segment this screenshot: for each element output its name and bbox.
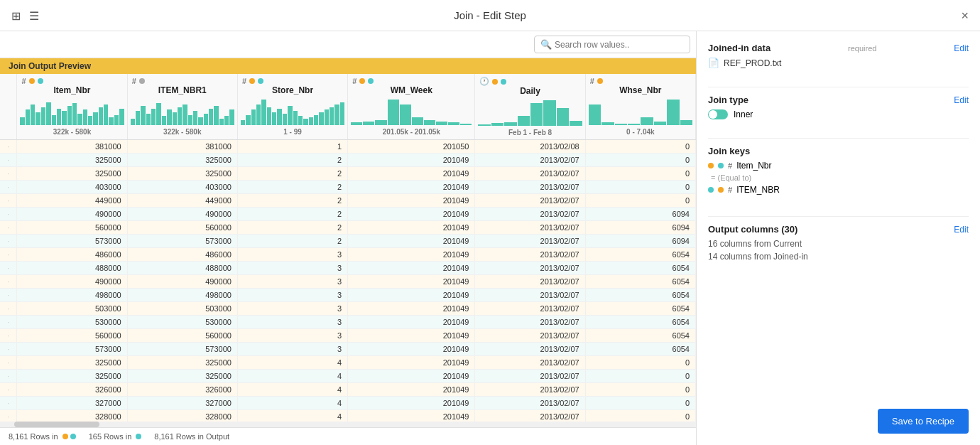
- table-cell: 201049: [348, 262, 475, 275]
- output-meta-line2: 14 columns from Joined-in: [708, 252, 969, 262]
- table-cell: 530000: [17, 316, 127, 329]
- row-dot-cell: ·: [0, 356, 17, 370]
- range-wm-week: 201.05k - 201.05k: [348, 127, 474, 139]
- close-button[interactable]: ×: [961, 9, 969, 22]
- hash-icon5: #: [590, 77, 594, 85]
- table-cell: 201049: [348, 383, 475, 397]
- search-input[interactable]: [555, 40, 684, 50]
- join-type-header: Join type Edit: [708, 95, 969, 105]
- dot-teal4: [368, 78, 374, 84]
- row-dot-cell: ·: [0, 248, 17, 262]
- hash-icon2: #: [132, 77, 136, 85]
- join-key2-row: # ITEM_NBR: [708, 185, 969, 195]
- table-cell: 560000: [17, 221, 127, 235]
- table-cell: 2013/02/07: [475, 181, 585, 194]
- table-cell: 2013/02/07: [475, 370, 585, 383]
- table-cell: 201049: [348, 194, 475, 208]
- table-cell: 403000: [127, 181, 237, 194]
- hash-icon4: #: [352, 77, 356, 85]
- table-row: ·49000049000022010492013/02/076094: [0, 208, 696, 221]
- table-cell: 325000: [127, 154, 237, 167]
- table-cell: 2013/02/07: [475, 235, 585, 248]
- table-cell: 486000: [127, 248, 237, 262]
- table-cell: 325000: [127, 167, 237, 181]
- divider3: [708, 216, 969, 217]
- row-dot-cell: ·: [0, 329, 17, 343]
- col-name-item-nbr: Item_Nbr: [21, 85, 122, 95]
- table-cell: 201049: [348, 397, 475, 410]
- row-dot-cell: ·: [0, 181, 17, 194]
- search-input-wrap[interactable]: 🔍: [534, 36, 690, 53]
- table-cell: 560000: [127, 221, 237, 235]
- file-name: REF_PROD.txt: [724, 58, 781, 68]
- col-whse-nbr: # Whse_Nbr: [585, 74, 695, 140]
- table-cell: 3: [237, 302, 347, 316]
- row-dot-cell: ·: [0, 208, 17, 221]
- table-cell: 327000: [127, 397, 237, 410]
- table-cell: 3: [237, 329, 347, 343]
- search-icon: 🔍: [540, 39, 552, 50]
- table-cell: 530000: [127, 316, 237, 329]
- table-cell: 381000: [127, 140, 237, 154]
- dot-orange5: [492, 79, 498, 85]
- table-cell: 3: [237, 275, 347, 289]
- table-cell: 2013/02/08: [475, 140, 585, 154]
- table-cell: 2013/02/07: [475, 356, 585, 370]
- table-cell: 201049: [348, 410, 475, 422]
- row-dot-cell: ·: [0, 383, 17, 397]
- key2-dot-teal1: [708, 187, 714, 193]
- table-cell: 2013/02/07: [475, 383, 585, 397]
- range-whse-nbr: 0 - 7.04k: [586, 127, 695, 139]
- key2-hash-icon: #: [728, 186, 732, 194]
- table-cell: 6054: [585, 329, 695, 343]
- table-cell: 327000: [17, 397, 127, 410]
- table-cell: 6094: [585, 221, 695, 235]
- table-row: ·56000056000032010492013/02/076054: [0, 329, 696, 343]
- section-join-keys: Join keys # Item_Nbr = (Equal to) # ITEM…: [708, 146, 969, 198]
- section-joined-in-data: Joined-in data required Edit 📄 REF_PROD.…: [708, 43, 969, 68]
- save-to-recipe-button[interactable]: Save to Recipe: [878, 409, 969, 434]
- row-dot-cell: ·: [0, 410, 17, 422]
- table-cell: 573000: [127, 235, 237, 248]
- histogram-item-nbr: [17, 98, 126, 127]
- dot-orange6: [597, 78, 603, 84]
- hash-icon: #: [21, 77, 26, 85]
- table-row: ·57300057300022010492013/02/076094: [0, 235, 696, 248]
- title-bar: ⊞ ☰ Join - Edit Step ×: [0, 0, 980, 31]
- scrollbar[interactable]: [0, 422, 696, 427]
- table-cell: 449000: [17, 194, 127, 208]
- table-cell: 560000: [127, 329, 237, 343]
- join-type-edit-button[interactable]: Edit: [954, 95, 969, 105]
- rows-in-left: 8,161 Rows in: [9, 432, 58, 441]
- table-cell: 4: [237, 356, 347, 370]
- col-item-nbr1: # ITEM_NBR1: [127, 74, 237, 140]
- toggle-icon[interactable]: [708, 109, 728, 119]
- table-row: ·56000056000022010492013/02/076094: [0, 221, 696, 235]
- table-cell: 6054: [585, 289, 695, 302]
- scrollbar-thumb[interactable]: [14, 422, 99, 427]
- dot-teal: [38, 78, 43, 84]
- table-cell: 3: [237, 248, 347, 262]
- table-row: ·32500032500042010492013/02/070: [0, 370, 696, 383]
- join-key2: ITEM_NBR: [736, 185, 780, 195]
- table-wrap[interactable]: # Item_Nbr: [0, 74, 696, 422]
- table-cell: 3: [237, 289, 347, 302]
- histogram-item-nbr1: [128, 98, 237, 127]
- table-cell: 2013/02/07: [475, 410, 585, 422]
- key2-dot-orange: [718, 187, 724, 193]
- joined-in-header: Joined-in data required Edit: [708, 43, 969, 53]
- table-cell: 325000: [127, 370, 237, 383]
- table-cell: 2013/02/07: [475, 262, 585, 275]
- status-dot-teal2: [136, 434, 141, 439]
- table-row: ·48800048800032010492013/02/076054: [0, 262, 696, 275]
- table-cell: 325000: [17, 167, 127, 181]
- menu-icon[interactable]: ☰: [29, 9, 39, 22]
- joined-in-edit-button[interactable]: Edit: [954, 43, 969, 53]
- table-cell: 201049: [348, 235, 475, 248]
- grid-icon[interactable]: ⊞: [11, 9, 21, 22]
- status-dots-right: [136, 434, 141, 439]
- join-type-title: Join type: [708, 95, 748, 105]
- output-cols-edit-button[interactable]: Edit: [954, 225, 969, 235]
- col-wm-week: # WM_Week: [348, 74, 475, 140]
- table-cell: 0: [585, 356, 695, 370]
